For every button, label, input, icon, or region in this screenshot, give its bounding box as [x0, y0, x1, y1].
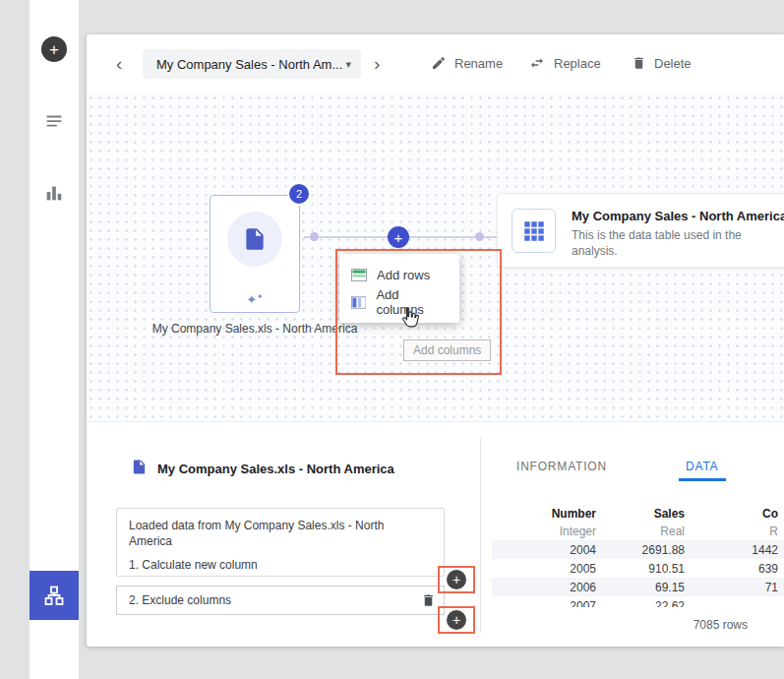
loaded-data-text: Loaded data from My Company Sales.xls - … [129, 518, 426, 549]
document-icon [131, 459, 148, 479]
sidebar-item-data[interactable] [42, 111, 66, 135]
trash-icon [421, 592, 436, 608]
step-exclude-columns[interactable]: 2. Exclude columns [116, 586, 445, 615]
cell: 2005 [492, 559, 602, 578]
divider [480, 438, 481, 633]
file-icon-circle [227, 212, 282, 267]
data-table-card[interactable]: My Company Sales - North America This is… [497, 193, 784, 268]
delete-step-button[interactable] [419, 590, 438, 610]
sidebar-item-visualizations[interactable] [42, 182, 66, 206]
data-preview-table: Number Sales Co Integer Real R 2004 [492, 505, 784, 607]
chevron-right-icon: › [374, 53, 380, 74]
pencil-icon [431, 55, 447, 71]
connector-endpoint [475, 232, 484, 241]
source-file-node[interactable]: ✦✦ [210, 195, 300, 313]
add-columns-icon [351, 296, 366, 309]
replace-icon [528, 55, 546, 71]
table-row: 2006 69.15 71 [492, 578, 784, 596]
rename-button[interactable]: Rename [431, 55, 503, 71]
cell: 910.51 [602, 559, 691, 578]
column-type: R [691, 523, 784, 540]
delete-button[interactable]: Delete [632, 55, 692, 71]
connector-endpoint [310, 232, 319, 241]
tab-data[interactable]: DATA [686, 460, 718, 473]
sidebar-item-data-canvas[interactable] [30, 571, 79, 620]
cell: 71 [691, 578, 784, 596]
cell: 22.62 [602, 596, 691, 607]
cell: 1442 [691, 540, 784, 559]
insert-transformation-button[interactable]: + [447, 570, 466, 589]
dataset-dropdown-label: My Company Sales - North Am... [156, 57, 342, 72]
cell: 639 [691, 559, 784, 578]
cell [691, 596, 784, 607]
cell: 2004 [492, 540, 602, 559]
menu-item-label: Add rows [377, 268, 430, 282]
plus-icon: + [452, 572, 460, 587]
trash-icon [632, 55, 646, 71]
data-canvas-icon [42, 584, 66, 607]
cell: 2006 [492, 578, 602, 596]
column-type: Real [602, 523, 691, 540]
table-row: 2005 910.51 639 [492, 559, 784, 578]
document-icon [242, 226, 268, 252]
source-title: My Company Sales.xls - North America [157, 462, 394, 476]
plus-icon: + [49, 40, 59, 59]
table-card-title: My Company Sales - North America [572, 209, 784, 223]
details-panel: My Company Sales.xls - North America Loa… [87, 421, 784, 647]
previous-dataset-button[interactable]: ‹ [116, 52, 122, 76]
add-rows-icon [351, 269, 367, 281]
highlight-outline: + [438, 566, 475, 593]
add-button[interactable]: + [41, 36, 67, 62]
chevron-left-icon: ‹ [116, 53, 122, 74]
cursor-pointer-icon [399, 306, 419, 333]
active-tab-indicator [679, 478, 726, 481]
cell: 2007 [492, 596, 602, 607]
column-type: Integer [492, 523, 602, 540]
source-step-card[interactable]: Loaded data from My Company Sales.xls - … [116, 508, 445, 577]
source-node-label: My Company Sales.xls - North America [152, 322, 358, 336]
column-header-sales[interactable]: Sales [602, 505, 691, 523]
canvas-toolbar: ‹ My Company Sales - North Am... ▾ › Ren… [87, 34, 784, 93]
plus-icon: + [394, 229, 403, 246]
step-calculate-new-column: 1. Calculate new column [129, 558, 432, 572]
add-transformation-button[interactable]: + [388, 226, 409, 248]
caret-down-icon: ▾ [345, 58, 351, 71]
sparkle-icon: ✦✦ [246, 293, 264, 306]
dataset-dropdown[interactable]: My Company Sales - North Am... ▾ [143, 49, 361, 79]
cell: 69.15 [602, 578, 691, 596]
table-row: 2007 22.62 [492, 596, 784, 607]
row-count: 7085 rows [694, 618, 748, 632]
bar-chart-icon [43, 182, 65, 204]
step-label: 2. Exclude columns [129, 593, 231, 607]
tab-information[interactable]: INFORMATION [516, 460, 607, 473]
tooltip: Add columns [403, 340, 491, 361]
delete-label: Delete [654, 56, 692, 71]
menu-item-add-rows[interactable]: Add rows [339, 261, 459, 288]
column-header-cost[interactable]: Co [691, 505, 784, 523]
app-window: + ‹ My Company Sales - North Am... ▾ › R… [0, 0, 784, 679]
table-card-description: This is the data table used in the analy… [572, 228, 763, 259]
table-card-text: My Company Sales - North America This is… [572, 209, 784, 252]
replace-label: Replace [554, 56, 601, 71]
highlight-outline: + [438, 606, 475, 634]
data-canvas-panel: ‹ My Company Sales - North Am... ▾ › Ren… [87, 34, 784, 647]
rename-label: Rename [454, 56, 503, 71]
insert-transformation-button[interactable]: + [447, 610, 466, 630]
data-canvas: ✦✦ 2 My Company Sales.xls - North Americ… [87, 93, 784, 421]
replace-button[interactable]: Replace [528, 55, 601, 71]
table-row: 2004 2691.88 1442 [492, 540, 784, 559]
column-header-number[interactable]: Number [492, 505, 602, 523]
node-count-badge: 2 [287, 182, 311, 206]
data-list-icon [43, 111, 65, 133]
sidebar: + [30, 0, 79, 679]
cell: 2691.88 [602, 540, 691, 559]
next-dataset-button[interactable]: › [374, 52, 380, 76]
table-grid-icon [512, 209, 556, 253]
plus-icon: + [452, 612, 460, 628]
